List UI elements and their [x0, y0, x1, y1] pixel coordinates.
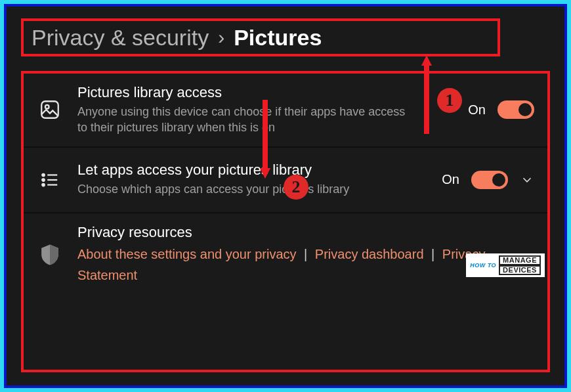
annotation-arrow-up	[421, 55, 432, 134]
annotation-badge-1: 1	[437, 88, 462, 113]
shield-icon	[34, 243, 66, 267]
row-title: Privacy resources	[77, 224, 534, 241]
annotation-arrow-down	[260, 100, 270, 179]
watermark-devices: DEVICES	[499, 265, 541, 275]
about-settings-link[interactable]: About these settings and your privacy	[77, 247, 297, 261]
let-apps-access-toggle[interactable]	[471, 171, 508, 189]
privacy-dashboard-link[interactable]: Privacy dashboard	[315, 247, 424, 261]
row-description: Anyone using this device can choose if t…	[77, 104, 406, 136]
svg-point-4	[42, 183, 45, 186]
watermark-manage: MANAGE	[499, 255, 541, 265]
svg-marker-11	[260, 168, 270, 179]
row-description: Choose which apps can access your pictur…	[77, 181, 406, 197]
breadcrumb-current: Pictures	[234, 25, 322, 51]
link-separator: |	[304, 247, 307, 261]
link-separator: |	[431, 247, 434, 261]
row-controls: On	[468, 100, 534, 119]
annotation-badge-2: 2	[284, 175, 308, 200]
watermark-how: HOW TO	[470, 263, 496, 269]
svg-point-1	[45, 105, 49, 109]
breadcrumb: Privacy & security › Pictures	[21, 18, 500, 56]
chevron-right-icon: ›	[218, 26, 224, 49]
watermark: HOW TO MANAGE DEVICES	[466, 253, 545, 277]
list-icon	[34, 170, 66, 190]
settings-list: Pictures library access Anyone using thi…	[21, 71, 550, 372]
row-title: Pictures library access	[77, 84, 456, 101]
svg-rect-0	[41, 102, 58, 119]
row-title: Let apps access your pictures library	[77, 162, 430, 179]
row-text: Let apps access your pictures library Ch…	[77, 162, 430, 197]
chevron-down-icon[interactable]	[520, 173, 534, 187]
toggle-state-label: On	[468, 102, 486, 118]
toggle-state-label: On	[442, 172, 459, 187]
pictures-library-access-toggle[interactable]	[497, 100, 534, 119]
svg-point-2	[42, 173, 45, 176]
svg-marker-9	[421, 55, 432, 66]
svg-point-3	[42, 179, 45, 181]
window-frame: Privacy & security › Pictures Pictures l…	[4, 4, 567, 388]
picture-icon	[34, 98, 66, 121]
breadcrumb-parent[interactable]: Privacy & security	[32, 25, 209, 51]
pictures-library-access-row: Pictures library access Anyone using thi…	[24, 74, 547, 148]
row-controls: On	[442, 171, 534, 189]
